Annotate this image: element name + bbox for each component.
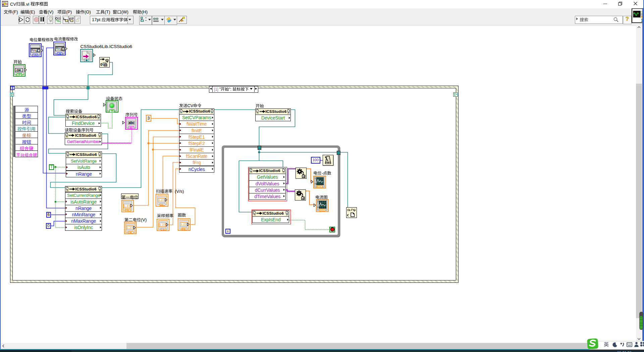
svg-text:c: c <box>347 212 349 217</box>
svg-text:0: 0 <box>100 62 102 67</box>
